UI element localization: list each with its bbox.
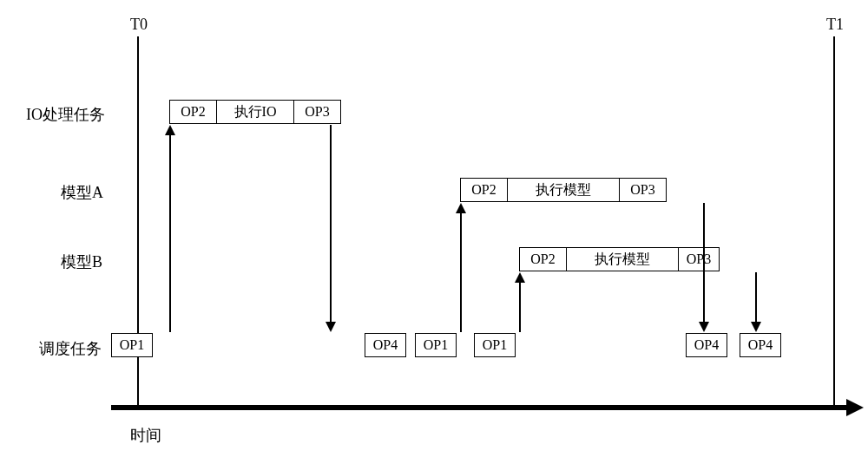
arrow-sched-to-modelb-head xyxy=(515,272,525,283)
arrow-io-to-sched xyxy=(330,125,332,323)
time-axis-arrowhead xyxy=(846,399,864,416)
arrow-sched-to-modelb xyxy=(519,282,521,332)
t1-line xyxy=(833,36,835,408)
arrow-modela-to-sched-head xyxy=(699,322,709,332)
modelb-op3: OP3 xyxy=(678,247,720,271)
row-label-sched: 调度任务 xyxy=(39,338,102,359)
arrow-sched-to-modela xyxy=(460,212,462,332)
io-op3: OP3 xyxy=(293,100,341,124)
sched-op1-c: OP1 xyxy=(474,333,516,357)
row-label-io: IO处理任务 xyxy=(26,104,105,125)
row-label-model-a: 模型A xyxy=(61,182,103,203)
time-axis xyxy=(111,405,849,410)
t1-label: T1 xyxy=(826,16,844,34)
modela-exec: 执行模型 xyxy=(507,178,620,202)
modelb-op2: OP2 xyxy=(519,247,567,271)
arrow-modela-to-sched xyxy=(703,203,705,323)
sched-op1-b: OP1 xyxy=(415,333,457,357)
modela-op2: OP2 xyxy=(460,178,508,202)
modelb-exec: 执行模型 xyxy=(566,247,679,271)
arrow-io-to-sched-head xyxy=(326,322,336,332)
io-op2: OP2 xyxy=(169,100,217,124)
arrow-modelb-to-sched xyxy=(755,272,757,323)
arrow-sched-to-io-head xyxy=(165,125,175,135)
arrow-sched-to-modela-head xyxy=(456,203,466,213)
arrow-sched-to-io xyxy=(169,134,171,332)
arrow-modelb-to-sched-head xyxy=(751,322,761,332)
row-label-model-b: 模型B xyxy=(61,251,102,272)
t0-label: T0 xyxy=(130,16,148,34)
diagram-stage: T0 T1 IO处理任务 模型A 模型B 调度任务 OP1 OP4 OP1 OP… xyxy=(0,0,868,470)
time-axis-label: 时间 xyxy=(130,425,161,446)
sched-op1-a: OP1 xyxy=(111,333,153,357)
io-exec: 执行IO xyxy=(216,100,294,124)
sched-op4-b: OP4 xyxy=(686,333,727,357)
sched-op4-c: OP4 xyxy=(740,333,781,357)
sched-op4-a: OP4 xyxy=(365,333,406,357)
modela-op3: OP3 xyxy=(619,178,667,202)
